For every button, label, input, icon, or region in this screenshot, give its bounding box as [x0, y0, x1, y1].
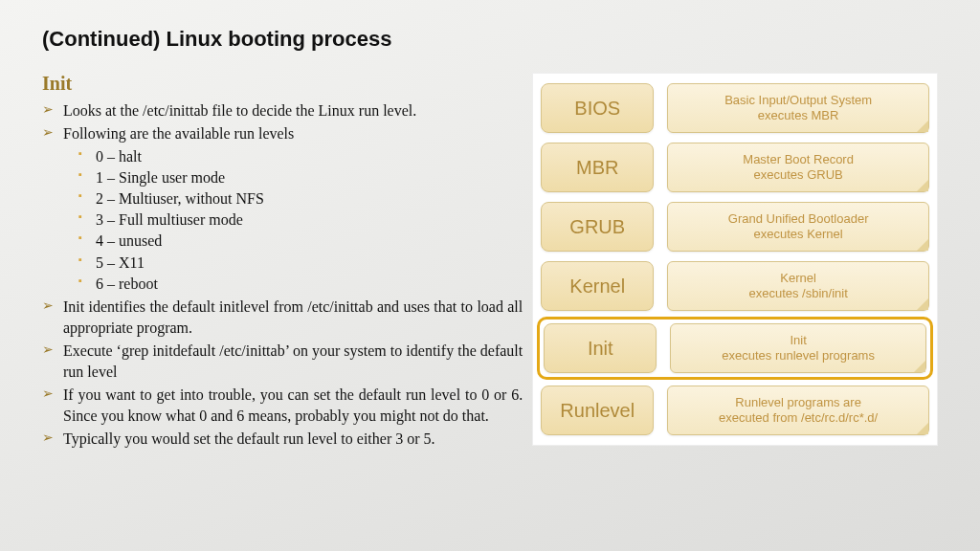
sub-bullet-item: 0 – halt: [78, 146, 523, 167]
sub-bullet-item: 5 – X11: [78, 253, 523, 274]
bullet-list: Looks at the /etc/inittab file to decide…: [42, 100, 523, 450]
slide: (Continued) Linux booting process Init L…: [0, 0, 980, 551]
stage-label: MBR: [541, 143, 654, 192]
stage-description: Basic Input/Output Systemexecutes MBR: [667, 83, 929, 133]
sub-bullet-item: 4 – unused: [78, 231, 523, 252]
diagram-row-kernel: KernelKernelexecutes /sbin/init: [541, 261, 929, 311]
stage-description: Grand Unified Bootloaderexecutes Kernel: [667, 202, 929, 252]
section-heading: Init: [42, 73, 523, 95]
text-column: Init Looks at the /etc/inittab file to d…: [42, 73, 523, 452]
bullet-item: Typically you would set the default run …: [42, 429, 523, 450]
sub-bullet-item: 1 – Single user mode: [78, 167, 523, 188]
content-area: Init Looks at the /etc/inittab file to d…: [42, 73, 938, 452]
stage-description: Kernelexecutes /sbin/init: [667, 261, 929, 311]
diagram-row-bios: BIOSBasic Input/Output Systemexecutes MB…: [541, 83, 929, 133]
stage-label: BIOS: [541, 83, 654, 133]
sub-bullet-item: 3 – Full multiuser mode: [78, 209, 523, 231]
diagram-row-init: InitInitexecutes runlevel programs: [537, 317, 933, 380]
stage-description: Master Boot Recordexecutes GRUB: [667, 143, 929, 192]
stage-label: Runlevel: [541, 386, 654, 435]
diagram-row-grub: GRUBGrand Unified Bootloaderexecutes Ker…: [541, 202, 929, 252]
stage-label: GRUB: [541, 202, 654, 252]
bullet-item: If you want to get into trouble, you can…: [42, 385, 523, 427]
sub-bullet-list: 0 – halt 1 – Single user mode 2 – Multiu…: [42, 146, 523, 295]
stage-label: Init: [544, 323, 657, 373]
stage-label: Kernel: [541, 261, 654, 311]
stage-description: Runlevel programs areexecuted from /etc/…: [667, 386, 929, 435]
bullet-item: Following are the available run levels: [42, 123, 523, 144]
bullet-item: Looks at the /etc/inittab file to decide…: [42, 100, 523, 121]
diagram-row-mbr: MBRMaster Boot Recordexecutes GRUB: [541, 143, 929, 192]
slide-title: (Continued) Linux booting process: [42, 27, 938, 52]
sub-bullet-item: 6 – reboot: [78, 274, 523, 295]
bullet-item: Execute ‘grep initdefault /etc/inittab’ …: [42, 341, 523, 383]
diagram-row-runlevel: RunlevelRunlevel programs areexecuted fr…: [541, 386, 929, 435]
stage-description: Initexecutes runlevel programs: [670, 323, 926, 373]
sub-bullet-item: 2 – Multiuser, without NFS: [78, 188, 523, 209]
bullet-item: Init identifies the default initlevel fr…: [42, 297, 523, 339]
boot-diagram: BIOSBasic Input/Output Systemexecutes MB…: [532, 73, 938, 446]
